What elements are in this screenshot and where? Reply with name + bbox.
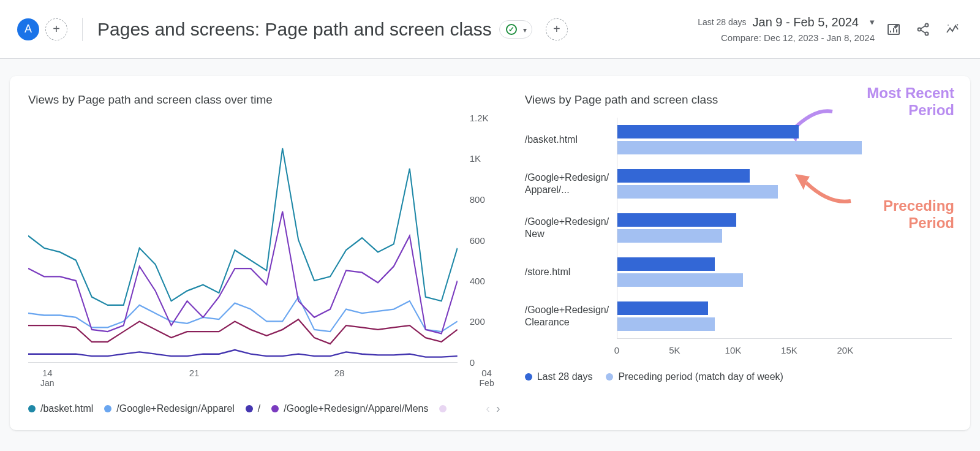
- bar-preceding[interactable]: [617, 317, 715, 331]
- legend-item[interactable]: /Google+Redesign/Apparel/Mens: [271, 403, 428, 414]
- share-icon[interactable]: [913, 19, 933, 40]
- legend-item[interactable]: /basket.html: [28, 403, 93, 414]
- legend-label: /basket.html: [40, 403, 93, 414]
- bar-x-tick: 20K: [837, 345, 893, 355]
- legend-swatch: [246, 405, 253, 412]
- legend-swatch: [439, 405, 447, 412]
- bar-x-tick: 10K: [725, 345, 781, 355]
- bar-row: /Google+Redesign/New: [525, 206, 897, 250]
- bar-row: /store.html: [525, 250, 897, 294]
- bar-row: /Google+Redesign/Apparel/...: [525, 162, 897, 206]
- legend-swatch: [525, 373, 532, 381]
- chevron-down-icon: [519, 24, 527, 35]
- pager-prev-icon[interactable]: ‹: [486, 401, 490, 415]
- bar-label: /Google+Redesign/Apparel/...: [525, 172, 617, 196]
- bar-track: [617, 250, 897, 294]
- bar-preceding[interactable]: [617, 185, 778, 199]
- date-range-label: Last 28 days: [698, 16, 746, 29]
- pager-next-icon[interactable]: ›: [496, 401, 500, 415]
- legend-swatch: [606, 373, 613, 381]
- bar-x-tick: 5K: [669, 345, 725, 355]
- y-tick: 1K: [470, 153, 507, 164]
- legend-label: /Google+Redesign/Apparel/Mens: [284, 403, 428, 414]
- bar-x-tick: 0: [614, 345, 670, 355]
- legend-swatch: [28, 405, 36, 412]
- legend-label: /: [258, 403, 260, 414]
- bar-current[interactable]: [617, 213, 736, 227]
- page-title: Pages and screens: Page path and screen …: [97, 19, 492, 40]
- legend-item[interactable]: Last 28 days: [525, 371, 593, 382]
- legend-label: Preceding period (match day of week): [618, 371, 783, 382]
- line-x-axis: 14Jan212804Feb: [28, 368, 500, 388]
- legend-swatch: [271, 405, 279, 412]
- line-plot-area[interactable]: 1.2K 1K 800 600 400 200 0: [28, 118, 458, 363]
- legend-label: /Google+Redesign/Apparel: [116, 403, 235, 414]
- bar-row: /Google+Redesign/Clearance: [525, 294, 897, 338]
- title-row: Pages and screens: Page path and screen …: [97, 18, 568, 40]
- legend-item[interactable]: /: [246, 403, 260, 414]
- x-tick: 28: [334, 368, 345, 388]
- bar-current[interactable]: [617, 257, 715, 271]
- bar-label: /Google+Redesign/New: [525, 216, 617, 240]
- x-tick: 21: [189, 368, 200, 388]
- check-circle-icon: [506, 24, 517, 35]
- avatar[interactable]: A: [17, 18, 39, 40]
- line-chart-panel: Views by Page path and screen class over…: [28, 93, 500, 415]
- legend-item[interactable]: Preceding period (match day of week): [606, 371, 783, 382]
- y-tick: 800: [470, 194, 507, 204]
- line-legend: /basket.html/Google+Redesign/Apparel//Go…: [28, 401, 500, 415]
- x-tick: 04Feb: [480, 368, 494, 388]
- bar-x-axis: 05K10K15K20K: [617, 338, 952, 355]
- report-card: Views by Page path and screen class over…: [10, 76, 970, 430]
- bar-preceding[interactable]: [617, 141, 862, 154]
- bar-current[interactable]: [617, 125, 799, 138]
- y-tick: 400: [470, 275, 507, 286]
- bar-row: /basket.html: [525, 118, 897, 162]
- bar-legend: Last 28 daysPreceding period (match day …: [525, 371, 952, 382]
- bar-chart-panel: Views by Page path and screen class Most…: [525, 93, 952, 415]
- add-filter-button[interactable]: +: [546, 18, 568, 40]
- bar-preceding[interactable]: [617, 273, 743, 287]
- bar-label: /basket.html: [525, 134, 617, 146]
- divider: [82, 18, 83, 41]
- bar-chart[interactable]: /basket.html/Google+Redesign/Apparel/...…: [525, 118, 952, 338]
- customize-icon[interactable]: [883, 19, 904, 40]
- add-segment-button[interactable]: +: [45, 18, 67, 40]
- x-tick: 14Jan: [40, 368, 55, 388]
- y-tick: 1.2K: [470, 113, 507, 123]
- legend-pager: ‹›: [486, 401, 500, 415]
- compare-label: Compare: Dec 12, 2023 - Jan 8, 2024: [698, 31, 875, 45]
- bar-track: [617, 118, 897, 162]
- legend-swatch: [104, 405, 111, 412]
- bar-current[interactable]: [617, 301, 708, 315]
- date-range-main: Jan 9 - Feb 5, 2024: [753, 13, 859, 31]
- date-range-picker[interactable]: Last 28 days Jan 9 - Feb 5, 2024 Compare…: [698, 13, 875, 45]
- line-chart-title: Views by Page path and screen class over…: [28, 93, 500, 107]
- status-pill[interactable]: [499, 20, 532, 39]
- legend-item[interactable]: [439, 405, 447, 412]
- bar-track: [617, 162, 897, 206]
- chevron-down-icon: [865, 15, 875, 29]
- bar-preceding[interactable]: [617, 229, 722, 243]
- line-chart-svg: [28, 118, 458, 362]
- line-chart: 1.2K 1K 800 600 400 200 0: [28, 118, 500, 363]
- bar-x-tick: 15K: [781, 345, 837, 355]
- y-tick: 0: [470, 357, 507, 368]
- y-tick: 600: [470, 235, 507, 245]
- bar-label: /Google+Redesign/Clearance: [525, 304, 617, 328]
- bar-current[interactable]: [617, 169, 750, 183]
- bar-track: [617, 206, 897, 250]
- bar-track: [617, 294, 897, 338]
- top-bar: A + Pages and screens: Page path and scr…: [0, 0, 980, 59]
- legend-label: Last 28 days: [537, 371, 593, 382]
- bar-label: /store.html: [525, 266, 617, 278]
- y-tick: 200: [470, 316, 507, 327]
- bar-chart-title: Views by Page path and screen class: [525, 93, 952, 107]
- legend-item[interactable]: /Google+Redesign/Apparel: [104, 403, 235, 414]
- insights-icon[interactable]: [942, 19, 963, 40]
